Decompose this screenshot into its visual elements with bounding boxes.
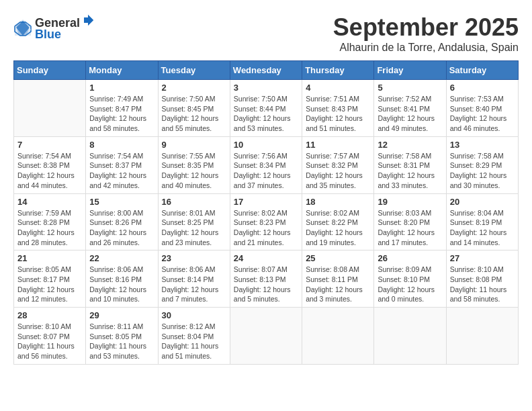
daylight-text: Daylight: 12 hours and 26 minutes. bbox=[89, 228, 154, 247]
day-info: Sunrise: 7:51 AM Sunset: 8:43 PM Dayligh… bbox=[306, 94, 370, 134]
weekday-header-sunday: Sunday bbox=[14, 61, 86, 80]
calendar-cell: 10 Sunrise: 7:56 AM Sunset: 8:34 PM Dayl… bbox=[230, 136, 302, 193]
day-info: Sunrise: 7:52 AM Sunset: 8:41 PM Dayligh… bbox=[378, 94, 442, 134]
day-number: 4 bbox=[306, 83, 370, 93]
sunrise-text: Sunrise: 8:09 AM bbox=[378, 265, 442, 275]
calendar-cell: 12 Sunrise: 7:58 AM Sunset: 8:31 PM Dayl… bbox=[374, 136, 446, 193]
sunrise-text: Sunrise: 7:57 AM bbox=[306, 151, 370, 161]
sunset-text: Sunset: 8:17 PM bbox=[17, 275, 82, 285]
day-info: Sunrise: 7:54 AM Sunset: 8:37 PM Dayligh… bbox=[89, 151, 154, 191]
logo-text: General Blue bbox=[35, 13, 95, 42]
day-number: 5 bbox=[378, 83, 442, 93]
calendar-cell: 22 Sunrise: 8:06 AM Sunset: 8:16 PM Dayl… bbox=[86, 250, 158, 308]
sunrise-text: Sunrise: 8:10 AM bbox=[450, 265, 515, 275]
day-info: Sunrise: 7:58 AM Sunset: 8:31 PM Dayligh… bbox=[378, 151, 442, 191]
calendar-cell: 24 Sunrise: 8:07 AM Sunset: 8:13 PM Dayl… bbox=[230, 250, 302, 308]
location-title: Alhaurin de la Torre, Andalusia, Spain bbox=[333, 42, 519, 54]
calendar-cell bbox=[302, 308, 374, 365]
calendar-cell: 18 Sunrise: 8:02 AM Sunset: 8:22 PM Dayl… bbox=[302, 193, 374, 250]
daylight-text: Daylight: 12 hours and 55 minutes. bbox=[162, 113, 226, 133]
calendar-week-row: 1 Sunrise: 7:49 AM Sunset: 8:47 PM Dayli… bbox=[14, 80, 519, 137]
day-info: Sunrise: 8:11 AM Sunset: 8:05 PM Dayligh… bbox=[89, 322, 154, 361]
sunrise-text: Sunrise: 7:54 AM bbox=[17, 151, 82, 161]
calendar-cell bbox=[230, 308, 302, 365]
sunset-text: Sunset: 8:34 PM bbox=[234, 161, 298, 171]
day-info: Sunrise: 7:56 AM Sunset: 8:34 PM Dayligh… bbox=[234, 151, 298, 191]
weekday-header-thursday: Thursday bbox=[302, 61, 374, 80]
calendar-cell: 25 Sunrise: 8:08 AM Sunset: 8:11 PM Dayl… bbox=[302, 250, 374, 308]
calendar-cell: 5 Sunrise: 7:52 AM Sunset: 8:41 PM Dayli… bbox=[374, 80, 446, 137]
day-info: Sunrise: 8:01 AM Sunset: 8:25 PM Dayligh… bbox=[162, 208, 226, 248]
daylight-text: Daylight: 12 hours and 7 minutes. bbox=[162, 285, 226, 304]
calendar-week-row: 21 Sunrise: 8:05 AM Sunset: 8:17 PM Dayl… bbox=[14, 250, 519, 308]
sunset-text: Sunset: 8:26 PM bbox=[89, 218, 154, 228]
day-info: Sunrise: 7:50 AM Sunset: 8:44 PM Dayligh… bbox=[234, 94, 298, 134]
sunset-text: Sunset: 8:40 PM bbox=[450, 104, 515, 114]
sunset-text: Sunset: 8:47 PM bbox=[89, 104, 154, 114]
sunrise-text: Sunrise: 7:53 AM bbox=[450, 94, 515, 104]
calendar-cell: 29 Sunrise: 8:11 AM Sunset: 8:05 PM Dayl… bbox=[86, 308, 158, 365]
day-number: 26 bbox=[378, 253, 442, 263]
day-number: 10 bbox=[234, 140, 298, 150]
day-info: Sunrise: 7:59 AM Sunset: 8:28 PM Dayligh… bbox=[17, 208, 82, 248]
day-number: 20 bbox=[450, 197, 515, 207]
calendar-week-row: 7 Sunrise: 7:54 AM Sunset: 8:38 PM Dayli… bbox=[14, 136, 519, 193]
sunrise-text: Sunrise: 7:51 AM bbox=[306, 94, 370, 104]
sunset-text: Sunset: 8:32 PM bbox=[306, 161, 370, 171]
sunset-text: Sunset: 8:28 PM bbox=[17, 218, 82, 228]
sunset-text: Sunset: 8:22 PM bbox=[306, 218, 370, 228]
daylight-text: Daylight: 12 hours and 28 minutes. bbox=[17, 228, 82, 247]
daylight-text: Daylight: 12 hours and 12 minutes. bbox=[17, 285, 82, 304]
sunset-text: Sunset: 8:29 PM bbox=[450, 161, 515, 171]
daylight-text: Daylight: 12 hours and 46 minutes. bbox=[450, 113, 515, 133]
calendar-cell bbox=[14, 80, 86, 137]
sunrise-text: Sunrise: 7:56 AM bbox=[234, 151, 298, 161]
sunrise-text: Sunrise: 8:03 AM bbox=[378, 208, 442, 218]
sunrise-text: Sunrise: 8:01 AM bbox=[162, 208, 226, 218]
daylight-text: Daylight: 12 hours and 35 minutes. bbox=[306, 171, 370, 190]
sunset-text: Sunset: 8:04 PM bbox=[162, 332, 226, 342]
day-number: 14 bbox=[17, 197, 82, 207]
sunrise-text: Sunrise: 7:49 AM bbox=[89, 94, 154, 104]
day-number: 6 bbox=[450, 83, 515, 93]
calendar-cell: 26 Sunrise: 8:09 AM Sunset: 8:10 PM Dayl… bbox=[374, 250, 446, 308]
day-info: Sunrise: 8:06 AM Sunset: 8:14 PM Dayligh… bbox=[162, 265, 226, 304]
daylight-text: Daylight: 11 hours and 56 minutes. bbox=[17, 341, 82, 361]
day-number: 15 bbox=[89, 197, 154, 207]
day-number: 12 bbox=[378, 140, 442, 150]
sunrise-text: Sunrise: 7:55 AM bbox=[162, 151, 226, 161]
calendar-cell: 17 Sunrise: 8:02 AM Sunset: 8:23 PM Dayl… bbox=[230, 193, 302, 250]
daylight-text: Daylight: 12 hours and 5 minutes. bbox=[234, 285, 298, 304]
day-info: Sunrise: 8:04 AM Sunset: 8:19 PM Dayligh… bbox=[450, 208, 515, 248]
day-number: 9 bbox=[162, 140, 226, 150]
sunrise-text: Sunrise: 7:50 AM bbox=[162, 94, 226, 104]
weekday-header-row: SundayMondayTuesdayWednesdayThursdayFrid… bbox=[14, 61, 519, 80]
daylight-text: Daylight: 12 hours and 44 minutes. bbox=[17, 171, 82, 190]
calendar-cell: 8 Sunrise: 7:54 AM Sunset: 8:37 PM Dayli… bbox=[86, 136, 158, 193]
daylight-text: Daylight: 11 hours and 58 minutes. bbox=[450, 285, 515, 304]
calendar-cell: 27 Sunrise: 8:10 AM Sunset: 8:08 PM Dayl… bbox=[446, 250, 518, 308]
daylight-text: Daylight: 12 hours and 3 minutes. bbox=[306, 285, 370, 304]
weekday-header-saturday: Saturday bbox=[446, 61, 518, 80]
calendar-week-row: 14 Sunrise: 7:59 AM Sunset: 8:28 PM Dayl… bbox=[14, 193, 519, 250]
daylight-text: Daylight: 12 hours and 33 minutes. bbox=[378, 171, 442, 190]
day-info: Sunrise: 8:10 AM Sunset: 8:07 PM Dayligh… bbox=[17, 322, 82, 361]
day-number: 1 bbox=[89, 83, 154, 93]
logo-arrow-icon bbox=[81, 13, 95, 27]
daylight-text: Daylight: 12 hours and 40 minutes. bbox=[162, 171, 226, 190]
calendar-table: SundayMondayTuesdayWednesdayThursdayFrid… bbox=[13, 60, 519, 365]
sunset-text: Sunset: 8:10 PM bbox=[378, 275, 442, 285]
day-number: 2 bbox=[162, 83, 226, 93]
day-number: 16 bbox=[162, 197, 226, 207]
sunrise-text: Sunrise: 8:08 AM bbox=[306, 265, 370, 275]
sunset-text: Sunset: 8:25 PM bbox=[162, 218, 226, 228]
logo: General Blue bbox=[13, 13, 95, 42]
daylight-text: Daylight: 12 hours and 17 minutes. bbox=[378, 228, 442, 247]
weekday-header-wednesday: Wednesday bbox=[230, 61, 302, 80]
day-info: Sunrise: 8:12 AM Sunset: 8:04 PM Dayligh… bbox=[162, 322, 226, 361]
daylight-text: Daylight: 12 hours and 37 minutes. bbox=[234, 171, 298, 190]
day-number: 3 bbox=[234, 83, 298, 93]
calendar-cell: 4 Sunrise: 7:51 AM Sunset: 8:43 PM Dayli… bbox=[302, 80, 374, 137]
day-number: 30 bbox=[162, 310, 226, 320]
day-info: Sunrise: 8:07 AM Sunset: 8:13 PM Dayligh… bbox=[234, 265, 298, 304]
